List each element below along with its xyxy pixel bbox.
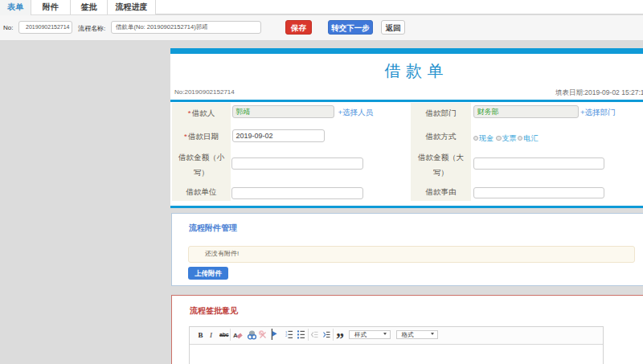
svg-text:2: 2 [285, 333, 288, 337]
